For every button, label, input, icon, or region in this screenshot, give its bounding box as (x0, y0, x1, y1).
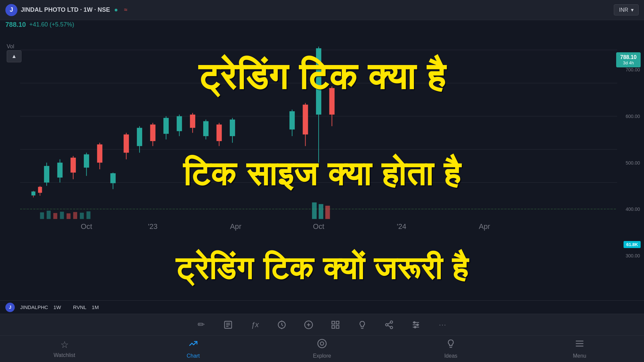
svg-rect-35 (203, 121, 209, 136)
svg-rect-52 (66, 214, 70, 219)
separator: · (80, 6, 84, 13)
nav-watchlist[interactable]: ☆ Watchlist (0, 336, 129, 362)
nav-ideas-label: Ideas (444, 353, 457, 359)
svg-text:'24: '24 (397, 222, 406, 231)
svg-point-81 (386, 323, 388, 326)
svg-point-90 (414, 326, 416, 328)
y-label-700: 700.00 (626, 67, 640, 72)
svg-rect-45 (303, 105, 308, 134)
chevron-down-icon: ▾ (631, 7, 634, 13)
share-icon[interactable] (382, 318, 396, 331)
svg-rect-43 (329, 88, 335, 115)
price-row: 788.10 +41.60 (+5.57%) (5, 21, 74, 28)
svg-rect-50 (53, 213, 57, 219)
vol-label: Vol (7, 44, 14, 50)
svg-rect-41 (316, 48, 321, 115)
svg-point-91 (318, 340, 326, 348)
ideas-lightbulb-icon[interactable] (356, 318, 369, 331)
price-change-value: +41.60 (29, 21, 48, 28)
svg-rect-53 (73, 212, 77, 219)
svg-rect-48 (40, 213, 44, 219)
stock-info-tf: 1W (53, 304, 61, 310)
status-icon: ≈ (124, 6, 127, 13)
svg-rect-79 (336, 325, 339, 328)
svg-point-82 (390, 326, 393, 328)
explore-icon (317, 339, 327, 351)
svg-rect-49 (47, 211, 51, 219)
fx-icon[interactable]: ƒx (248, 318, 262, 331)
candlestick-chart: Oct '23 Apr Oct '24 Apr (20, 20, 617, 232)
nav-explore[interactable]: Explore (258, 336, 386, 362)
bottom-nav: ☆ Watchlist Chart Explore Ideas (0, 335, 644, 362)
svg-rect-27 (150, 124, 156, 141)
svg-rect-11 (70, 158, 76, 172)
exchange: NSE (98, 6, 110, 13)
nav-ideas[interactable]: Ideas (386, 336, 515, 362)
svg-rect-23 (124, 134, 129, 153)
svg-line-83 (388, 325, 390, 327)
svg-rect-31 (177, 116, 182, 131)
svg-rect-7 (44, 166, 49, 182)
y-label-500: 500.00 (626, 160, 640, 166)
y-label-600: 600.00 (626, 114, 640, 119)
bottom-toolbar: ✏ ƒx (0, 314, 644, 335)
svg-text:Apr: Apr (230, 222, 241, 231)
price-badge-time: 3d 4h (620, 60, 637, 65)
stock-name: JINDAL PHOTO LTD (21, 6, 78, 13)
stock-info-name: JINDALPHC (20, 304, 48, 310)
nav-chart-label: Chart (186, 353, 200, 359)
clock-alert-icon[interactable] (275, 318, 288, 331)
svg-rect-78 (332, 325, 335, 328)
collapse-button[interactable]: ▲ (7, 50, 21, 62)
svg-rect-29 (163, 118, 169, 134)
currency-label: INR (619, 7, 628, 13)
svg-rect-55 (87, 212, 91, 219)
nav-explore-label: Explore (313, 353, 331, 359)
svg-rect-54 (80, 213, 84, 219)
nav-chart[interactable]: Chart (129, 336, 258, 362)
stock-info-secondary-tf: 1M (92, 304, 99, 310)
price-change-pct: (+5.57%) (50, 21, 74, 28)
grid-icon[interactable] (329, 318, 342, 331)
draw-tool-icon[interactable]: ✏ (195, 318, 208, 331)
svg-rect-39 (230, 120, 235, 136)
stock-info-avatar: J (5, 303, 15, 312)
svg-text:Apr: Apr (479, 222, 490, 231)
svg-rect-56 (312, 202, 317, 219)
chevron-up-icon: ▲ (11, 53, 17, 59)
settings-sliders-icon[interactable] (409, 318, 423, 331)
svg-point-80 (390, 321, 393, 323)
svg-point-92 (320, 342, 324, 345)
stock-info-bar: J JINDALPHC 1W RVNL 1M (0, 300, 644, 314)
notes-icon[interactable] (221, 318, 235, 331)
svg-rect-47 (289, 111, 295, 129)
currency-dropdown[interactable]: INR ▾ (614, 4, 639, 15)
nav-menu[interactable]: Menu (515, 336, 644, 362)
svg-text:Oct: Oct (313, 222, 324, 231)
header-left: J JINDAL PHOTO LTD · 1W · NSE ≈ (5, 4, 614, 16)
price-badge-value: 788.10 (620, 54, 637, 60)
chart-icon (188, 339, 198, 351)
y-axis: 700.00 600.00 500.00 400.00 300.00 200.0… (626, 67, 640, 305)
header: J JINDAL PHOTO LTD · 1W · NSE ≈ INR ▾ (0, 0, 644, 20)
add-icon[interactable] (302, 318, 315, 331)
timeframe: 1W (84, 6, 93, 13)
svg-point-89 (417, 324, 418, 325)
svg-rect-9 (57, 163, 63, 177)
svg-rect-13 (84, 154, 89, 168)
svg-rect-19 (38, 187, 42, 193)
more-options-icon[interactable]: ··· (436, 318, 449, 331)
ideas-nav-icon (446, 339, 456, 351)
watchlist-icon: ☆ (60, 339, 69, 350)
cyan-box: 61.8K (624, 241, 641, 248)
svg-rect-77 (336, 321, 339, 324)
svg-rect-21 (32, 191, 36, 195)
stock-info-secondary: RVNL (73, 304, 87, 310)
svg-rect-58 (325, 206, 330, 219)
stock-avatar: J (5, 4, 17, 16)
nav-watchlist-label: Watchlist (54, 352, 75, 358)
svg-rect-17 (110, 173, 116, 183)
svg-rect-51 (60, 212, 64, 219)
chart-area: Vol ▲ 788.10 3d 4h 700.00 600.00 500.00 … (0, 20, 644, 322)
y-label-400: 400.00 (626, 206, 640, 212)
